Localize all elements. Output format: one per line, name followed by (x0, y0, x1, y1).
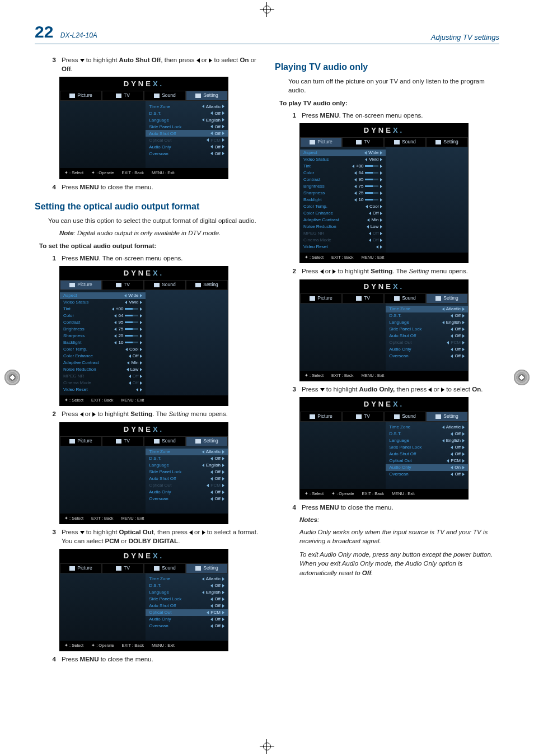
osd-row[interactable]: D.S.T.Off (389, 312, 465, 319)
left-caret-icon (451, 334, 453, 338)
osd-tab[interactable]: TV (102, 563, 144, 573)
osd-row[interactable]: Side Panel LockOff (389, 326, 465, 333)
osd-row[interactable]: Color EnhanceOff (63, 353, 142, 360)
osd-row[interactable]: Auto Shut OffOff (389, 451, 465, 458)
osd-tab[interactable]: Picture (60, 280, 102, 290)
osd-row[interactable]: Noise ReductionLow (63, 366, 142, 373)
osd-row[interactable]: Sharpness25 (303, 190, 382, 197)
osd-row[interactable]: Side Panel LockOff (389, 444, 465, 451)
osd-row[interactable]: Backlight10 (63, 339, 142, 346)
osd-tab[interactable]: Setting (426, 293, 468, 304)
osd-row[interactable]: LanguageEnglish (149, 116, 224, 123)
osd-row[interactable]: Color Temp.Cool (63, 346, 142, 353)
osd-row[interactable]: D.S.T.Off (389, 431, 465, 437)
osd-row[interactable]: LanguageEnglish (389, 319, 465, 326)
osd-tab[interactable]: Sound (384, 412, 426, 422)
osd-row[interactable]: Video Reset (303, 244, 382, 250)
osd-row[interactable]: Optical OutPCM (149, 137, 224, 143)
osd-row[interactable]: Video StatusVivid (303, 156, 382, 163)
osd-tab[interactable]: Setting (186, 280, 228, 290)
osd-row[interactable]: OverscanOff (149, 623, 224, 629)
osd-tab[interactable]: Picture (60, 563, 102, 573)
osd-tab[interactable]: Sound (144, 91, 186, 101)
osd-tab[interactable]: Picture (300, 137, 342, 147)
osd-row[interactable]: Auto Shut OffOff (389, 333, 465, 339)
osd-row[interactable]: OverscanOff (389, 353, 465, 360)
osd-row[interactable]: Audio OnlyOff (149, 616, 224, 623)
osd-row[interactable]: Side Panel LockOff (149, 596, 224, 603)
osd-row[interactable]: Optical OutPCM (389, 458, 465, 464)
osd-row[interactable]: Tint+00 (303, 163, 382, 170)
osd-tab[interactable]: Setting (186, 91, 228, 101)
osd-row[interactable]: Backlight10 (303, 197, 382, 203)
osd-row[interactable]: Time ZoneAtlantic (146, 449, 228, 455)
osd-tab[interactable]: Sound (144, 436, 186, 446)
osd-row[interactable]: MPEG NROff (63, 373, 142, 380)
osd-row[interactable]: Optical OutPCM (146, 609, 228, 616)
osd-row[interactable]: D.S.T.Off (149, 110, 224, 116)
osd-row[interactable]: AspectWide (60, 292, 146, 299)
osd-row[interactable]: Auto Shut OffOff (149, 603, 224, 609)
osd-row[interactable]: D.S.T.Off (149, 455, 224, 462)
osd-row[interactable]: OverscanOff (149, 496, 224, 502)
osd-row[interactable]: Video StatusVivid (63, 299, 142, 306)
osd-row[interactable]: Time ZoneAtlantic (386, 306, 468, 312)
osd-row[interactable]: LanguageEnglish (149, 589, 224, 596)
osd-tab[interactable]: Picture (300, 293, 342, 304)
osd-row[interactable]: OverscanOff (389, 471, 465, 478)
osd-tab[interactable]: TV (102, 91, 144, 101)
osd-row[interactable]: Video Reset (63, 386, 142, 393)
osd-row[interactable]: Brightness75 (303, 183, 382, 190)
osd-row[interactable]: LanguageEnglish (149, 462, 224, 469)
osd-row[interactable]: Color EnhanceOff (303, 210, 382, 217)
osd-row[interactable]: Audio OnlyOff (149, 489, 224, 496)
osd-row[interactable]: Color Temp.Cool (303, 203, 382, 210)
osd-tab[interactable]: TV (342, 293, 384, 304)
osd-tab[interactable]: TV (342, 412, 384, 422)
osd-tab[interactable]: TV (102, 436, 144, 446)
osd-row[interactable]: Noise ReductionLow (303, 223, 382, 230)
osd-tab[interactable]: Sound (384, 293, 426, 304)
osd-row[interactable]: Side Panel LockOff (149, 469, 224, 475)
osd-row[interactable]: Auto Shut OffOff (146, 130, 228, 137)
osd-row[interactable]: Side Panel LockOff (149, 123, 224, 130)
osd-row[interactable]: Audio OnlyOff (389, 346, 465, 353)
osd-tab[interactable]: Picture (60, 436, 102, 446)
osd-setting-timezone: DYNEX.PictureTVSoundSettingTime ZoneAtla… (59, 422, 228, 525)
osd-tab[interactable]: Picture (300, 412, 342, 422)
osd-tab[interactable]: Sound (144, 563, 186, 573)
osd-row[interactable]: Contrast95 (303, 176, 382, 183)
osd-row[interactable]: Cinema ModeOff (63, 380, 142, 386)
osd-row[interactable]: Time ZoneAtlantic (389, 424, 465, 431)
osd-row[interactable]: Time ZoneAtlantic (149, 576, 224, 582)
osd-row[interactable]: Sharpness25 (63, 333, 142, 339)
osd-row[interactable]: Auto Shut OffOff (149, 475, 224, 482)
osd-row[interactable]: Color64 (303, 170, 382, 176)
osd-tab[interactable]: Sound (384, 137, 426, 147)
osd-row[interactable]: D.S.T.Off (149, 582, 224, 589)
osd-row[interactable]: Audio OnlyOn (386, 464, 468, 471)
osd-row[interactable]: Brightness75 (63, 326, 142, 333)
osd-row[interactable]: Adaptive ContrastMin (63, 360, 142, 366)
osd-row[interactable]: AspectWide (300, 150, 386, 156)
osd-row[interactable]: Optical OutPCM (389, 339, 465, 346)
osd-tab[interactable]: Setting (426, 412, 468, 422)
osd-row[interactable]: Optical OutPCM (149, 482, 224, 489)
osd-tab[interactable]: TV (102, 280, 144, 290)
osd-row[interactable]: Color64 (63, 312, 142, 319)
osd-row[interactable]: Adaptive ContrastMin (303, 217, 382, 223)
osd-tab[interactable]: Setting (186, 436, 228, 446)
osd-row[interactable]: Audio OnlyOff (149, 143, 224, 150)
osd-row[interactable]: Cinema ModeOff (303, 237, 382, 244)
osd-row[interactable]: MPEG NROff (303, 230, 382, 237)
osd-row[interactable]: OverscanOff (149, 150, 224, 157)
osd-tab[interactable]: TV (342, 137, 384, 147)
osd-row[interactable]: Tint+00 (63, 306, 142, 312)
osd-row[interactable]: Contrast95 (63, 319, 142, 326)
osd-tab[interactable]: Picture (60, 91, 102, 101)
osd-tab[interactable]: Setting (426, 137, 468, 147)
osd-row[interactable]: Time ZoneAtlantic (149, 103, 224, 110)
osd-tab[interactable]: Setting (186, 563, 228, 573)
osd-row[interactable]: LanguageEnglish (389, 437, 465, 444)
osd-tab[interactable]: Sound (144, 280, 186, 290)
